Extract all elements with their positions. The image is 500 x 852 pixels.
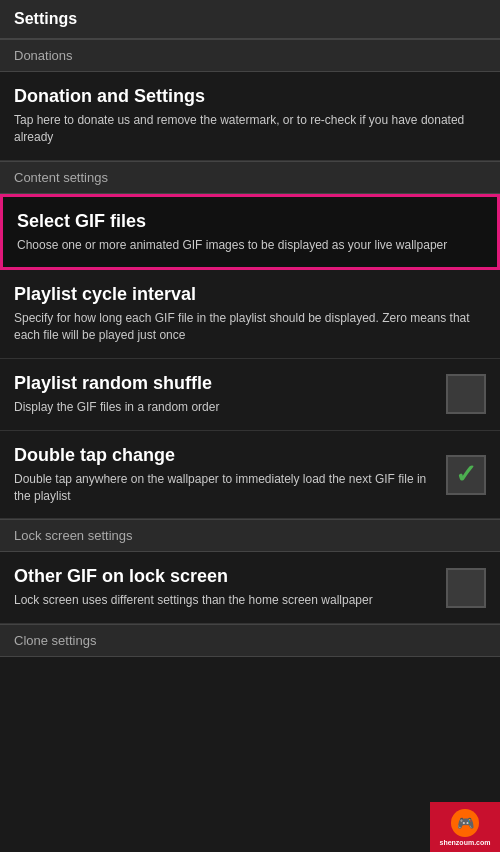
logo-badge: 🎮 shenzoum.com <box>430 802 500 852</box>
section-content-label: Content settings <box>14 170 108 185</box>
setting-desc-select-gif: Choose one or more animated GIF images t… <box>17 237 473 254</box>
setting-item-playlist-cycle[interactable]: Playlist cycle interval Specify for how … <box>0 270 500 359</box>
logo-emoji: 🎮 <box>457 815 474 831</box>
setting-text-double-tap: Double tap change Double tap anywhere on… <box>14 445 446 505</box>
setting-item-playlist-shuffle[interactable]: Playlist random shuffle Display the GIF … <box>0 359 500 431</box>
setting-title-other-gif: Other GIF on lock screen <box>14 566 436 587</box>
setting-title-playlist-shuffle: Playlist random shuffle <box>14 373 436 394</box>
section-clone-label: Clone settings <box>14 633 96 648</box>
checkbox-other-gif[interactable] <box>446 568 486 608</box>
setting-text-playlist-cycle: Playlist cycle interval Specify for how … <box>14 284 486 344</box>
setting-item-other-gif[interactable]: Other GIF on lock screen Lock screen use… <box>0 552 500 624</box>
checkbox-double-tap[interactable]: ✓ <box>446 455 486 495</box>
section-header-content: Content settings <box>0 161 500 194</box>
section-donations-label: Donations <box>14 48 73 63</box>
title-bar: Settings <box>0 0 500 39</box>
section-lockscreen-label: Lock screen settings <box>14 528 133 543</box>
checkbox-playlist-shuffle[interactable] <box>446 374 486 414</box>
title-text: Settings <box>14 10 77 27</box>
checkmark-icon: ✓ <box>455 459 477 490</box>
setting-text-select-gif: Select GIF files Choose one or more anim… <box>17 211 483 254</box>
logo-icon: 🎮 <box>451 809 479 837</box>
donation-item[interactable]: Donation and Settings Tap here to donate… <box>0 72 500 161</box>
setting-title-select-gif: Select GIF files <box>17 211 473 232</box>
setting-desc-double-tap: Double tap anywhere on the wallpaper to … <box>14 471 436 505</box>
setting-text-other-gif: Other GIF on lock screen Lock screen use… <box>14 566 446 609</box>
setting-text-playlist-shuffle: Playlist random shuffle Display the GIF … <box>14 373 446 416</box>
setting-title-double-tap: Double tap change <box>14 445 436 466</box>
setting-desc-playlist-cycle: Specify for how long each GIF file in th… <box>14 310 476 344</box>
section-header-donations: Donations <box>0 39 500 72</box>
setting-desc-playlist-shuffle: Display the GIF files in a random order <box>14 399 436 416</box>
setting-item-double-tap[interactable]: Double tap change Double tap anywhere on… <box>0 431 500 520</box>
setting-desc-other-gif: Lock screen uses different settings than… <box>14 592 436 609</box>
section-header-lockscreen: Lock screen settings <box>0 519 500 552</box>
section-header-clone: Clone settings <box>0 624 500 657</box>
donation-title: Donation and Settings <box>14 86 486 107</box>
donation-desc: Tap here to donate us and remove the wat… <box>14 112 486 146</box>
logo-text: shenzoum.com <box>440 839 491 846</box>
setting-item-select-gif[interactable]: Select GIF files Choose one or more anim… <box>0 194 500 271</box>
setting-title-playlist-cycle: Playlist cycle interval <box>14 284 476 305</box>
